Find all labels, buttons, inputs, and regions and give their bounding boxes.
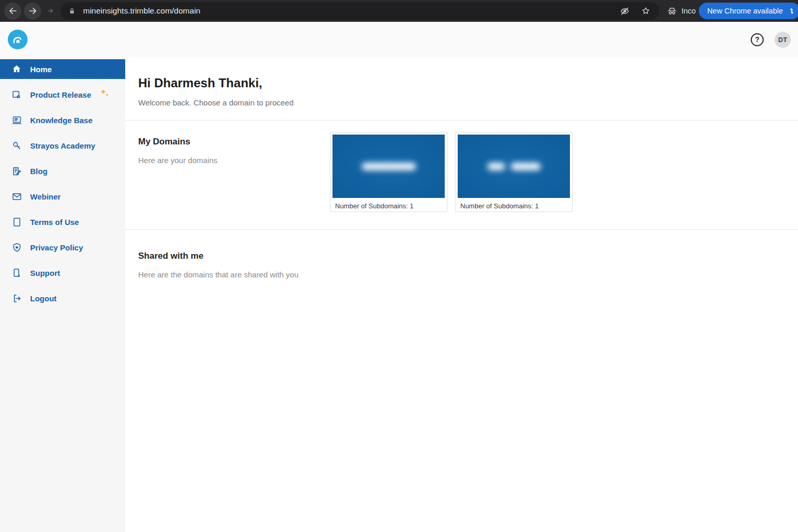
academy-key-icon [11, 140, 22, 151]
sidebar-item-label: Support [30, 269, 60, 277]
logout-icon [11, 293, 22, 304]
sidebar-item-privacy-policy[interactable]: Privacy Policy [0, 235, 125, 260]
knowledge-base-icon [11, 115, 22, 126]
blog-icon [11, 166, 22, 177]
home-icon [11, 64, 22, 74]
redacted-domain-name [511, 163, 541, 170]
bookmark-star-icon[interactable] [641, 6, 651, 16]
redacted-domain-name [362, 163, 416, 170]
my-domains-section: My Domains Here are your domains Number … [125, 121, 798, 229]
sidebar-item-label: Privacy Policy [30, 243, 83, 252]
sidebar-item-label: Blog [30, 167, 47, 176]
app-header: ? DT [0, 22, 798, 57]
incognito-icon [667, 6, 677, 17]
support-doc-icon [11, 268, 22, 278]
sidebar-item-home[interactable]: Home [0, 59, 125, 79]
shared-title: Shared with me [138, 251, 798, 261]
greeting-block: Hi Dharmesh Thanki, Welcome back. Choose… [125, 57, 798, 120]
my-domains-subtitle: Here are your domains [138, 156, 330, 165]
eye-hidden-icon[interactable] [619, 6, 630, 17]
sparkles-icon: ✦✦ [100, 87, 111, 97]
back-button[interactable] [4, 3, 21, 20]
welcome-text: Welcome back. Choose a domain to proceed [138, 98, 798, 107]
redacted-domain-name [487, 163, 505, 170]
forward-arrow-icon [28, 6, 37, 16]
user-avatar[interactable]: DT [775, 32, 791, 48]
envelope-icon [11, 191, 22, 202]
sidebar-item-knowledge-base[interactable]: Knowledge Base [0, 108, 125, 133]
sidebar-item-support[interactable]: Support [0, 260, 125, 286]
lock-icon [68, 7, 76, 16]
incognito-indicator: Inco [667, 6, 696, 17]
up-down-arrows-icon [788, 7, 796, 15]
sidebar: Home Product Release ✦✦ Knowledge Base [0, 57, 125, 532]
sidebar-item-product-release[interactable]: Product Release ✦✦ [0, 82, 125, 108]
help-button[interactable]: ? [751, 33, 764, 46]
url-text: mineinsights.trimble.com/domain [83, 6, 201, 16]
my-domains-header: My Domains Here are your domains [138, 132, 330, 212]
sidebar-item-terms-of-use[interactable]: Terms of Use [0, 209, 125, 235]
subdomains-count-label: Number of Subdomains: 1 [458, 198, 570, 210]
shared-subtitle: Here are the domains that are shared wit… [138, 270, 798, 279]
reload-arrow-icon [47, 7, 54, 15]
browser-toolbar: mineinsights.trimble.com/domain Inco New… [0, 0, 798, 22]
sidebar-item-label: Knowledge Base [30, 116, 92, 125]
help-question-icon: ? [755, 35, 760, 44]
incognito-label: Inco [682, 7, 696, 15]
domain-thumbnail [332, 135, 445, 198]
sidebar-item-label: Home [30, 65, 52, 74]
reload-button[interactable] [44, 7, 57, 15]
sidebar-item-webiner[interactable]: Webiner [0, 184, 125, 209]
back-arrow-icon [8, 6, 18, 16]
domain-cards: Number of Subdomains: 1 Number of Subdom… [330, 132, 573, 212]
my-domains-title: My Domains [138, 137, 330, 147]
domain-card[interactable]: Number of Subdomains: 1 [330, 132, 447, 212]
new-chrome-available-button[interactable]: New Chrome available [699, 3, 798, 19]
update-button-label: New Chrome available [707, 7, 783, 15]
document-icon [11, 217, 22, 228]
sidebar-item-label: Logout [30, 294, 57, 303]
sidebar-item-label: Product Release [30, 90, 91, 99]
sidebar-item-label: Terms of Use [30, 218, 79, 227]
sidebar-item-label: Webiner [30, 192, 61, 201]
sidebar-item-label: Strayos Academy [30, 141, 95, 150]
address-bar[interactable]: mineinsights.trimble.com/domain [60, 2, 659, 20]
domain-card[interactable]: Number of Subdomains: 1 [455, 132, 573, 212]
excavator-logo-icon [11, 33, 24, 46]
shield-heart-icon [11, 242, 22, 253]
domain-thumbnail [458, 135, 570, 198]
sidebar-item-strayos-academy[interactable]: Strayos Academy [0, 133, 125, 158]
shared-with-me-section: Shared with me Here are the domains that… [125, 230, 798, 279]
product-release-icon [11, 89, 22, 100]
subdomains-count-label: Number of Subdomains: 1 [332, 198, 445, 210]
main-content: Hi Dharmesh Thanki, Welcome back. Choose… [125, 57, 798, 532]
strayos-logo[interactable] [8, 30, 28, 49]
page-title: Hi Dharmesh Thanki, [138, 76, 798, 90]
sidebar-item-logout[interactable]: Logout [0, 286, 125, 311]
forward-button[interactable] [24, 3, 41, 20]
avatar-initials: DT [778, 36, 787, 44]
sidebar-item-blog[interactable]: Blog [0, 158, 125, 184]
